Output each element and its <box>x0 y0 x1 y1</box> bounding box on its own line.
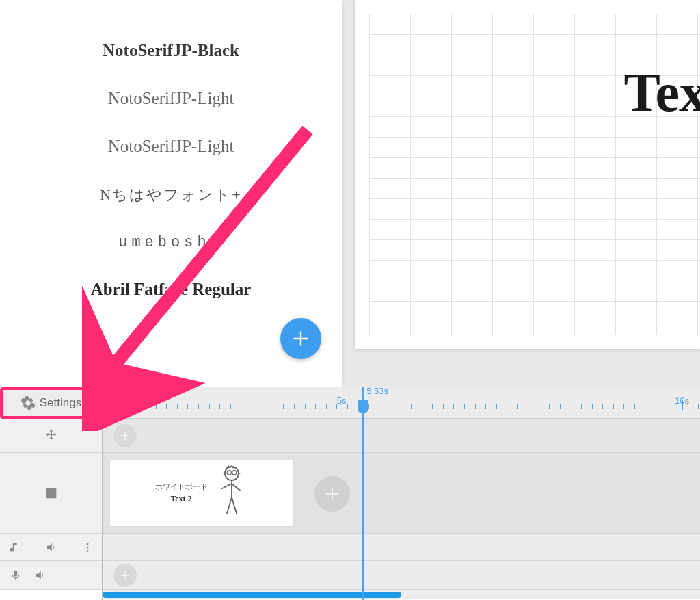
add-camera-keyframe-button[interactable] <box>113 424 137 447</box>
timeline-scrollbar[interactable] <box>103 590 700 599</box>
voice-track[interactable] <box>103 561 700 590</box>
add-voice-clip-button[interactable] <box>113 564 137 587</box>
timeline-ruler[interactable]: 5s10s <box>103 387 700 419</box>
add-font-button[interactable] <box>280 318 321 359</box>
canvas-grid[interactable]: Tex <box>369 14 700 335</box>
font-item[interactable]: Nちはやフォント+ <box>100 185 241 205</box>
track-head-camera[interactable] <box>0 419 102 453</box>
volume-icon <box>34 569 46 582</box>
music-icon <box>8 541 21 553</box>
timeline-scrollbar-thumb[interactable] <box>103 592 401 598</box>
font-item[interactable]: NotoSerifJP-Light <box>108 137 234 156</box>
settings-label: Settings <box>40 396 81 410</box>
gear-icon <box>21 395 36 410</box>
svg-point-5 <box>232 471 236 475</box>
plus-icon <box>324 486 340 502</box>
timeline-track-headers: Settings <box>0 387 103 600</box>
character-icon <box>215 463 249 523</box>
font-item[interactable]: Abril Fatface Regular <box>91 280 252 299</box>
plus-icon <box>120 570 131 581</box>
svg-point-1 <box>87 546 89 548</box>
volume-icon <box>45 541 57 553</box>
font-list: NotoSerifJP-Black NotoSerifJP-Light Noto… <box>14 27 328 299</box>
track-head-music[interactable] <box>0 534 102 561</box>
canvas-text-object[interactable]: Tex <box>623 62 700 124</box>
playhead-time-label: 5.53s <box>366 387 388 396</box>
scene-clip-line2: Text 2 <box>155 493 208 506</box>
font-item[interactable]: NotoSerifJP-Light <box>108 89 234 108</box>
plus-icon <box>291 329 310 348</box>
font-item[interactable]: umeboshi <box>118 234 224 251</box>
svg-point-0 <box>87 543 89 545</box>
timeline: Settings 5s10s <box>0 387 700 600</box>
scene-track[interactable]: ホワイトボード Text 2 <box>103 453 700 534</box>
canvas-frame: Tex <box>355 0 700 349</box>
track-head-voice[interactable] <box>0 561 102 590</box>
music-track[interactable] <box>103 534 700 561</box>
canvas-area: Tex <box>342 0 700 387</box>
add-scene-button[interactable] <box>314 476 350 512</box>
svg-point-4 <box>227 471 231 475</box>
camera-track[interactable] <box>103 419 700 453</box>
settings-button[interactable]: Settings <box>0 387 102 419</box>
playhead-handle[interactable] <box>358 400 368 413</box>
svg-point-2 <box>87 549 89 551</box>
track-head-scene[interactable] <box>0 453 102 534</box>
timeline-tracks: 5s10s ホワイトボード Text 2 <box>103 387 700 600</box>
font-item[interactable]: NotoSerifJP-Black <box>103 41 239 60</box>
playhead[interactable]: 5.53s <box>362 387 364 600</box>
scene-clip[interactable]: ホワイトボード Text 2 <box>109 460 294 527</box>
move-icon <box>44 428 59 443</box>
ruler-tick-label: 5s <box>337 395 347 406</box>
ruler-tick-label: 10s <box>675 395 689 406</box>
more-vertical-icon <box>81 541 94 553</box>
scene-clip-line1: ホワイトボード <box>155 481 208 493</box>
image-icon <box>44 486 59 501</box>
plus-icon <box>120 430 131 441</box>
font-list-panel: NotoSerifJP-Black NotoSerifJP-Light Noto… <box>0 0 342 387</box>
microphone-icon <box>10 569 22 582</box>
scene-clip-thumbnail: ホワイトボード Text 2 <box>155 481 208 506</box>
